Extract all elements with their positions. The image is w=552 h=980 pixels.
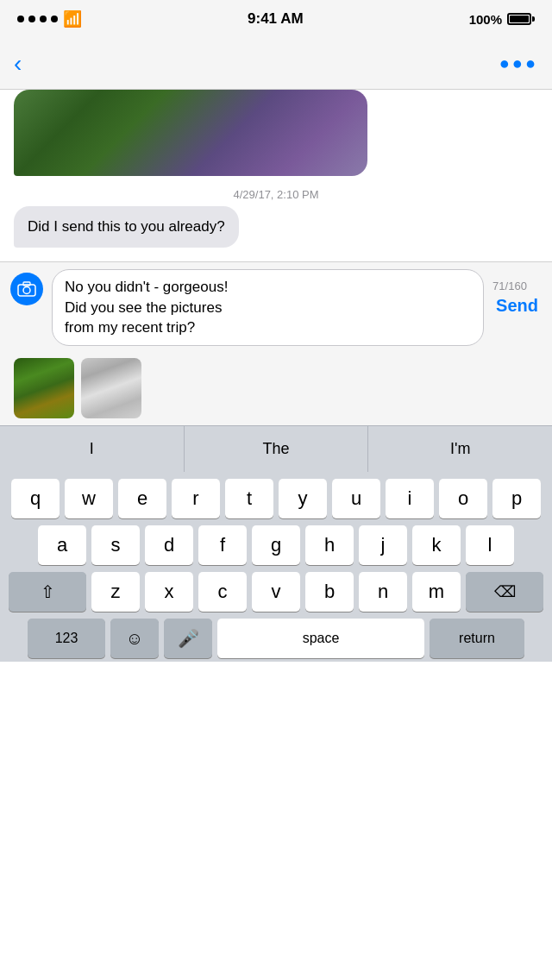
delete-key[interactable]: ⌫ bbox=[466, 572, 543, 612]
key-c[interactable]: c bbox=[198, 572, 247, 612]
key-row-1: q w e r t y u i o p bbox=[3, 479, 549, 518]
key-d[interactable]: d bbox=[145, 525, 193, 565]
key-s[interactable]: s bbox=[91, 525, 140, 565]
photo-thumb-1[interactable] bbox=[14, 358, 74, 418]
camera-icon bbox=[17, 281, 36, 297]
compose-wrapper: No you didn't - gorgeous! Did you see th… bbox=[0, 261, 552, 425]
photo-strip bbox=[0, 353, 552, 425]
chat-area: 4/29/17, 2:10 PM Did I send this to you … bbox=[0, 90, 552, 261]
key-a[interactable]: a bbox=[38, 525, 86, 565]
key-m[interactable]: m bbox=[412, 572, 461, 612]
wifi-icon: 📶 bbox=[63, 9, 82, 28]
key-i[interactable]: i bbox=[386, 479, 434, 518]
key-row-3: ⇧ z x c v b n m ⌫ bbox=[3, 572, 549, 612]
signal-dots bbox=[17, 16, 58, 22]
key-p[interactable]: p bbox=[492, 479, 541, 518]
received-message-container: Did I send this to you already? bbox=[0, 206, 552, 248]
shift-key[interactable]: ⇧ bbox=[9, 572, 86, 612]
key-n[interactable]: n bbox=[359, 572, 407, 612]
key-u[interactable]: u bbox=[332, 479, 380, 518]
pred-item-1[interactable]: The bbox=[185, 426, 369, 472]
key-v[interactable]: v bbox=[252, 572, 300, 612]
key-z[interactable]: z bbox=[91, 572, 140, 612]
key-f[interactable]: f bbox=[198, 525, 247, 565]
mic-key[interactable]: 🎤 bbox=[164, 619, 212, 658]
key-g[interactable]: g bbox=[252, 525, 300, 565]
timestamp: 4/29/17, 2:10 PM bbox=[0, 179, 552, 206]
space-key[interactable]: space bbox=[217, 619, 424, 658]
back-button[interactable]: ‹ bbox=[14, 52, 22, 76]
key-row-2: a s d f g h j k l bbox=[3, 525, 549, 565]
key-k[interactable]: k bbox=[412, 525, 461, 565]
key-j[interactable]: j bbox=[359, 525, 407, 565]
status-right: 100% bbox=[469, 12, 535, 27]
image-bubble bbox=[14, 90, 367, 176]
numbers-key[interactable]: 123 bbox=[28, 619, 105, 658]
send-area: 71/160 Send bbox=[492, 269, 542, 316]
received-bubble: Did I send this to you already? bbox=[14, 206, 239, 248]
key-y[interactable]: y bbox=[279, 479, 327, 518]
message-input[interactable]: No you didn't - gorgeous! Did you see th… bbox=[52, 269, 484, 346]
char-count: 71/160 bbox=[492, 271, 527, 292]
key-b[interactable]: b bbox=[305, 572, 354, 612]
key-t[interactable]: t bbox=[225, 479, 273, 518]
image-bubble-container bbox=[0, 90, 552, 176]
return-key[interactable]: return bbox=[430, 619, 524, 658]
compose-row: No you didn't - gorgeous! Did you see th… bbox=[0, 262, 552, 353]
more-button[interactable]: ●●● bbox=[499, 53, 538, 73]
draft-text: No you didn't - gorgeous! Did you see th… bbox=[65, 279, 228, 336]
key-o[interactable]: o bbox=[439, 479, 487, 518]
key-l[interactable]: l bbox=[466, 525, 514, 565]
pred-item-2[interactable]: I'm bbox=[368, 426, 552, 472]
key-h[interactable]: h bbox=[305, 525, 354, 565]
status-time: 9:41 AM bbox=[248, 10, 304, 28]
key-r[interactable]: r bbox=[172, 479, 220, 518]
key-w[interactable]: w bbox=[65, 479, 113, 518]
status-bar: 📶 9:41 AM 100% bbox=[0, 0, 552, 38]
nav-bar: ‹ ●●● bbox=[0, 38, 552, 90]
key-e[interactable]: e bbox=[118, 479, 166, 518]
battery-percent: 100% bbox=[469, 12, 502, 27]
emoji-key[interactable]: ☺ bbox=[110, 619, 159, 658]
predictive-bar: I The I'm bbox=[0, 425, 552, 472]
status-left: 📶 bbox=[17, 9, 82, 28]
send-button[interactable]: Send bbox=[492, 296, 542, 316]
svg-rect-2 bbox=[23, 282, 30, 286]
key-q[interactable]: q bbox=[11, 479, 60, 518]
camera-button[interactable] bbox=[10, 273, 43, 305]
pred-item-0[interactable]: I bbox=[0, 426, 185, 472]
battery-icon bbox=[507, 13, 535, 25]
key-row-bottom: 123 ☺ 🎤 space return bbox=[3, 619, 549, 658]
key-x[interactable]: x bbox=[145, 572, 193, 612]
svg-point-1 bbox=[23, 286, 30, 293]
photo-thumb-2[interactable] bbox=[81, 358, 141, 418]
keyboard: q w e r t y u i o p a s d f g h j k l ⇧ … bbox=[0, 472, 552, 662]
